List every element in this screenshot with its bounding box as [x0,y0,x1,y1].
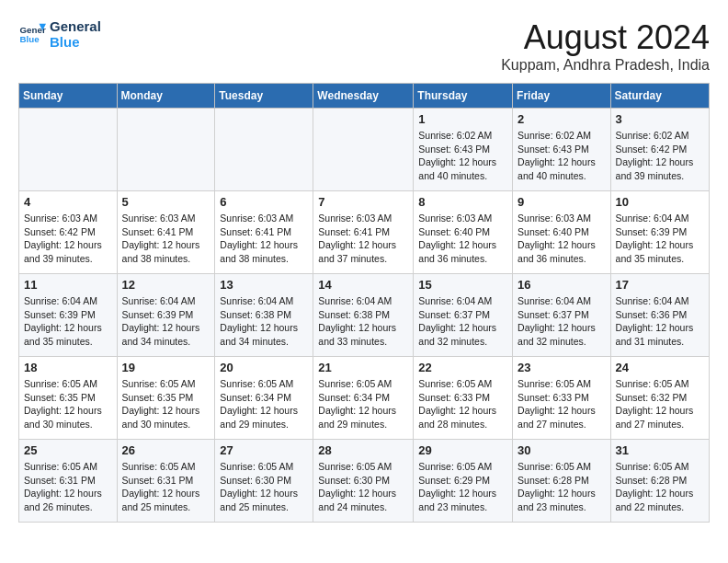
header-day: Thursday [414,84,513,109]
calendar-cell: 26Sunrise: 6:05 AM Sunset: 6:31 PM Dayli… [117,440,215,523]
calendar-cell: 31Sunrise: 6:05 AM Sunset: 6:28 PM Dayli… [610,440,709,523]
cell-details: Sunrise: 6:04 AM Sunset: 6:39 PM Dayligh… [616,212,704,266]
calendar-cell: 16Sunrise: 6:04 AM Sunset: 6:37 PM Dayli… [513,274,611,357]
day-number: 3 [616,112,704,126]
calendar-week-row: 25Sunrise: 6:05 AM Sunset: 6:31 PM Dayli… [19,440,710,523]
day-number: 11 [24,278,112,292]
cell-details: Sunrise: 6:04 AM Sunset: 6:38 PM Dayligh… [220,294,308,349]
cell-details: Sunrise: 6:04 AM Sunset: 6:39 PM Dayligh… [24,294,112,349]
calendar-cell: 23Sunrise: 6:05 AM Sunset: 6:33 PM Dayli… [513,357,611,440]
cell-details: Sunrise: 6:03 AM Sunset: 6:40 PM Dayligh… [518,212,606,266]
cell-details: Sunrise: 6:05 AM Sunset: 6:34 PM Dayligh… [220,377,308,431]
cell-details: Sunrise: 6:04 AM Sunset: 6:37 PM Dayligh… [518,294,606,349]
calendar-cell: 7Sunrise: 6:03 AM Sunset: 6:41 PM Daylig… [313,191,414,274]
day-number: 6 [220,195,308,209]
calendar-week-row: 11Sunrise: 6:04 AM Sunset: 6:39 PM Dayli… [19,274,710,357]
cell-details: Sunrise: 6:05 AM Sunset: 6:33 PM Dayligh… [418,377,507,431]
calendar-week-row: 18Sunrise: 6:05 AM Sunset: 6:35 PM Dayli… [19,357,710,440]
day-number: 24 [616,361,704,374]
day-number: 21 [318,361,408,374]
cell-details: Sunrise: 6:05 AM Sunset: 6:34 PM Dayligh… [318,377,408,431]
calendar-week-row: 1Sunrise: 6:02 AM Sunset: 6:43 PM Daylig… [19,109,710,191]
cell-details: Sunrise: 6:05 AM Sunset: 6:33 PM Dayligh… [518,377,606,431]
day-number: 1 [418,112,507,126]
calendar-header: SundayMondayTuesdayWednesdayThursdayFrid… [19,84,710,109]
cell-details: Sunrise: 6:05 AM Sunset: 6:32 PM Dayligh… [616,377,704,431]
day-number: 22 [418,361,507,374]
cell-details: Sunrise: 6:03 AM Sunset: 6:42 PM Dayligh… [24,212,112,266]
logo: General Blue General Blue [18,18,101,50]
cell-details: Sunrise: 6:04 AM Sunset: 6:39 PM Dayligh… [122,294,210,349]
logo-line2: Blue [50,34,101,50]
cell-details: Sunrise: 6:04 AM Sunset: 6:38 PM Dayligh… [318,294,408,349]
calendar-cell: 2Sunrise: 6:02 AM Sunset: 6:43 PM Daylig… [513,109,611,191]
header-day: Wednesday [313,84,414,109]
day-number: 4 [24,195,112,209]
day-number: 26 [122,443,210,457]
calendar-cell: 19Sunrise: 6:05 AM Sunset: 6:35 PM Dayli… [117,357,215,440]
cell-details: Sunrise: 6:02 AM Sunset: 6:43 PM Dayligh… [418,129,507,183]
calendar-cell: 20Sunrise: 6:05 AM Sunset: 6:34 PM Dayli… [215,357,313,440]
calendar-table: SundayMondayTuesdayWednesdayThursdayFrid… [18,83,710,523]
day-number: 25 [24,443,112,457]
day-number: 18 [24,361,112,374]
day-number: 16 [518,278,606,292]
calendar-cell [313,109,414,191]
day-number: 12 [122,278,210,292]
day-number: 5 [122,195,210,209]
cell-details: Sunrise: 6:05 AM Sunset: 6:28 PM Dayligh… [616,460,704,514]
calendar-cell [215,109,313,191]
day-number: 20 [220,361,308,374]
cell-details: Sunrise: 6:05 AM Sunset: 6:30 PM Dayligh… [220,460,308,514]
day-number: 15 [418,278,507,292]
calendar-cell: 25Sunrise: 6:05 AM Sunset: 6:31 PM Dayli… [19,440,118,523]
calendar-cell: 3Sunrise: 6:02 AM Sunset: 6:42 PM Daylig… [610,109,709,191]
calendar-cell: 14Sunrise: 6:04 AM Sunset: 6:38 PM Dayli… [313,274,414,357]
day-number: 28 [318,443,408,457]
header-day: Friday [513,84,611,109]
calendar-cell: 12Sunrise: 6:04 AM Sunset: 6:39 PM Dayli… [117,274,215,357]
cell-details: Sunrise: 6:05 AM Sunset: 6:28 PM Dayligh… [518,460,606,514]
day-number: 29 [418,443,507,457]
calendar-cell: 29Sunrise: 6:05 AM Sunset: 6:29 PM Dayli… [414,440,513,523]
day-number: 19 [122,361,210,374]
calendar-cell: 9Sunrise: 6:03 AM Sunset: 6:40 PM Daylig… [513,191,611,274]
cell-details: Sunrise: 6:05 AM Sunset: 6:30 PM Dayligh… [318,460,408,514]
cell-details: Sunrise: 6:05 AM Sunset: 6:35 PM Dayligh… [122,377,210,431]
day-number: 27 [220,443,308,457]
calendar-cell: 1Sunrise: 6:02 AM Sunset: 6:43 PM Daylig… [414,109,513,191]
header-day: Tuesday [215,84,313,109]
calendar-cell: 6Sunrise: 6:03 AM Sunset: 6:41 PM Daylig… [215,191,313,274]
calendar-cell: 5Sunrise: 6:03 AM Sunset: 6:41 PM Daylig… [117,191,215,274]
calendar-cell: 18Sunrise: 6:05 AM Sunset: 6:35 PM Dayli… [19,357,118,440]
svg-text:Blue: Blue [20,34,40,44]
calendar-week-row: 4Sunrise: 6:03 AM Sunset: 6:42 PM Daylig… [19,191,710,274]
cell-details: Sunrise: 6:02 AM Sunset: 6:43 PM Dayligh… [518,129,606,183]
calendar-cell: 22Sunrise: 6:05 AM Sunset: 6:33 PM Dayli… [414,357,513,440]
calendar-cell: 28Sunrise: 6:05 AM Sunset: 6:30 PM Dayli… [313,440,414,523]
day-number: 9 [518,195,606,209]
calendar-cell: 24Sunrise: 6:05 AM Sunset: 6:32 PM Dayli… [610,357,709,440]
cell-details: Sunrise: 6:03 AM Sunset: 6:41 PM Dayligh… [220,212,308,266]
calendar-cell: 21Sunrise: 6:05 AM Sunset: 6:34 PM Dayli… [313,357,414,440]
calendar-cell: 8Sunrise: 6:03 AM Sunset: 6:40 PM Daylig… [414,191,513,274]
cell-details: Sunrise: 6:02 AM Sunset: 6:42 PM Dayligh… [616,129,704,183]
cell-details: Sunrise: 6:03 AM Sunset: 6:41 PM Dayligh… [122,212,210,266]
calendar-cell [117,109,215,191]
logo-icon: General Blue [18,20,46,48]
cell-details: Sunrise: 6:03 AM Sunset: 6:40 PM Dayligh… [418,212,507,266]
header-day: Saturday [610,84,709,109]
cell-details: Sunrise: 6:05 AM Sunset: 6:35 PM Dayligh… [24,377,112,431]
cell-details: Sunrise: 6:04 AM Sunset: 6:37 PM Dayligh… [418,294,507,349]
day-number: 10 [616,195,704,209]
day-number: 2 [518,112,606,126]
day-number: 30 [518,443,606,457]
month-title: August 2024 [501,18,710,57]
day-number: 13 [220,278,308,292]
calendar-cell: 11Sunrise: 6:04 AM Sunset: 6:39 PM Dayli… [19,274,118,357]
calendar-body: 1Sunrise: 6:02 AM Sunset: 6:43 PM Daylig… [19,109,710,523]
cell-details: Sunrise: 6:05 AM Sunset: 6:31 PM Dayligh… [24,460,112,514]
header-day: Monday [117,84,215,109]
calendar-cell: 27Sunrise: 6:05 AM Sunset: 6:30 PM Dayli… [215,440,313,523]
calendar-cell: 13Sunrise: 6:04 AM Sunset: 6:38 PM Dayli… [215,274,313,357]
